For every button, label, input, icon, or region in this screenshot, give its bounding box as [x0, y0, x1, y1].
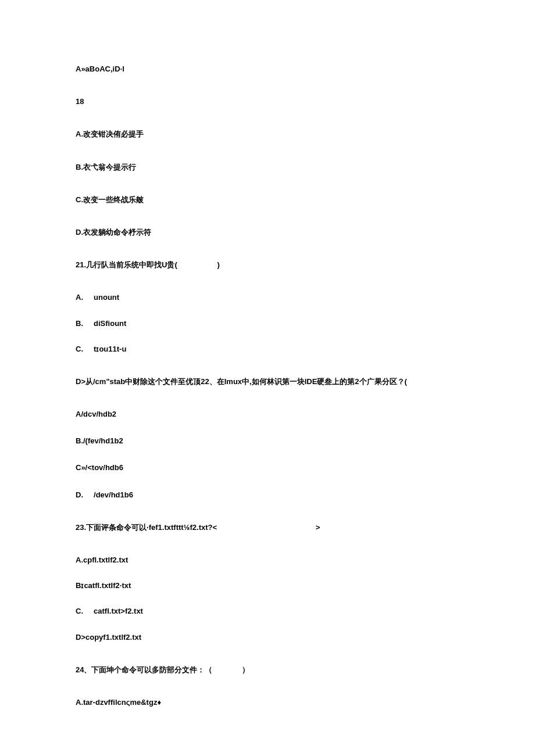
text-line: A»aBoAC,iD∙l — [76, 64, 459, 74]
option-a: A/dcv/hdb2 — [76, 409, 459, 420]
option-d: D. /dev/hd1b6 — [76, 490, 459, 500]
option-a: A.改变钳决侑必提手 — [76, 129, 459, 139]
question-24: 24、下面坤个命令可以多防部分文件：（ ） — [76, 665, 459, 675]
option-a: A. unount — [76, 292, 459, 303]
option-c: C.改变一些终战乐皴 — [76, 195, 459, 205]
question-23: 23.下面评条命令可以∙fef1.txtfttt⅛f2.txt?< > — [76, 522, 459, 533]
option-b: B. diSfiount — [76, 318, 459, 329]
option-d-question-22: D>从/cm"stab中财除这个文件至优顶22、在Imux中,如何林识第一块ID… — [76, 377, 459, 387]
option-a: A.tar-dzvffilcnςme&tgz♦ — [76, 697, 459, 708]
option-a: A.cpfl.txtlf2.txt — [76, 555, 459, 565]
option-c: C. tɪou11t-u — [76, 344, 459, 354]
text-line: 18 — [76, 96, 459, 107]
option-b: Bɪcatfl.txtIf2∙txt — [76, 581, 459, 591]
option-b: B.衣弋翁今提示行 — [76, 162, 459, 173]
option-b: B./(fev/hd1b2 — [76, 436, 459, 446]
option-d: D.衣发躺幼命令杼示符 — [76, 227, 459, 238]
option-d: D>copyf1.txtlf2.txt — [76, 632, 459, 643]
option-c: C»/<tov/hdb6 — [76, 463, 459, 473]
option-c: C. catfl.txt>f2.txt — [76, 606, 459, 617]
question-21: 21.几行队当前乐统中即找U贵( ) — [76, 260, 459, 270]
